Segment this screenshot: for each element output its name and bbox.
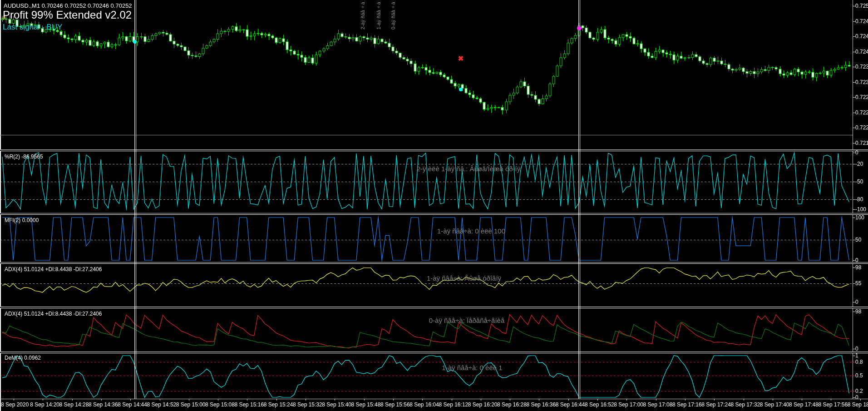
price-scale-tick — [853, 36, 855, 37]
time-axis-tick — [626, 399, 627, 401]
time-axis-label: 8 Sep 14:28 — [59, 401, 89, 408]
time-axis-label: 8 Sep 14:52 — [147, 401, 177, 408]
wpr-indicator-label: %R(2) -86.9565 — [5, 154, 43, 160]
close-signal-cross: ✖ — [458, 55, 464, 62]
time-axis-label: 8 Sep 14:44 — [118, 401, 147, 408]
time-axis-tick — [393, 399, 394, 401]
time-axis-label: 8 Sep 14:36 — [89, 401, 118, 408]
adx-main-scale-label: 55 — [855, 280, 861, 287]
time-axis-label: 8 Sep 17:16 — [672, 401, 702, 408]
time-axis-label: 8 Sep 17:32 — [731, 401, 760, 408]
price-scale-tick — [853, 97, 855, 98]
last-signal-text: Last signal - BUY — [3, 23, 62, 32]
time-axis-tick — [452, 399, 452, 401]
panel-separator[interactable] — [0, 307, 868, 308]
time-axis-tick — [101, 399, 102, 401]
price-scale-tick — [853, 128, 855, 128]
wpr-scale-label: -50 — [855, 178, 863, 185]
price-scale-label: 0.72415 — [855, 49, 868, 55]
signal-line-2[interactable] — [580, 0, 580, 399]
mfi-scale-label: 50 — [855, 237, 861, 243]
time-axis-label: 8 Sep 15:40 — [322, 401, 351, 408]
chart-canvas[interactable] — [0, 0, 868, 411]
signal-line-1[interactable] — [136, 0, 136, 399]
adx-di-scale-label: 98 — [855, 308, 861, 315]
indicator-title: Profit 99% Extended v2.02 — [3, 9, 132, 21]
time-axis-tick — [189, 399, 189, 401]
price-scale-tick — [853, 21, 855, 22]
dem-scale-tick — [853, 356, 855, 356]
time-axis-tick — [539, 399, 539, 401]
time-axis-label: 8 Sep 16:20 — [468, 401, 498, 408]
panel-separator[interactable] — [0, 262, 868, 264]
adx-di-watermark: 0-àÿ ñâå÷à: Ïåðåñå÷åíèå — [429, 317, 505, 324]
mt4-chart-window: AUDUSD.,M1 0.70246 0.70252 0.70246 0.702… — [0, 0, 868, 411]
dem-scale-label: 1 — [855, 352, 858, 359]
time-axis-tick — [335, 399, 335, 401]
time-axis-label: 8 Sep 16:12 — [439, 401, 469, 408]
time-axis-label: 8 Sep 15:00 — [176, 401, 206, 408]
time-axis-tick — [597, 399, 598, 401]
time-axis-label: 8 Sep 16:52 — [585, 401, 614, 408]
dem-indicator-label: DeM(4) 0.0962 — [5, 355, 41, 361]
candle-column-label: 1-àÿ ñâå÷à — [376, 2, 381, 30]
signal-line-1[interactable] — [134, 0, 135, 399]
time-axis-label: 8 Sep 15:24 — [264, 401, 293, 408]
price-scale-label: 0.72495 — [855, 18, 868, 25]
time-axis-tick — [72, 399, 73, 401]
mfi-scale-tick — [853, 218, 855, 218]
time-axis-label: 8 Sep 15:56 — [380, 401, 410, 408]
wpr-scale-tick — [853, 164, 855, 164]
time-axis-tick — [860, 399, 861, 401]
adx-main-indicator-label: ADX(4) 51.0124 +DI:8.4438 -DI:27.2406 — [5, 266, 102, 272]
dem-scale-label: 0.8 — [855, 359, 863, 365]
time-axis-label: 8 Sep 2020 — [1, 401, 29, 408]
mfi-watermark: 1-àÿ ñâå÷à: 0 èëè 100 — [437, 227, 505, 235]
time-axis-tick — [130, 399, 131, 401]
buy-signal-dot-1 — [133, 40, 137, 44]
time-axis-label: 8 Sep 17:40 — [760, 401, 789, 408]
time-axis-label: 8 Sep 17:08 — [643, 401, 673, 408]
mfi-indicator-label: MFI(2) 0.0000 — [5, 217, 39, 223]
price-horizontal-line[interactable] — [0, 135, 853, 135]
time-axis-tick — [276, 399, 277, 401]
time-axis-tick — [568, 399, 569, 401]
price-scale-label: 0.72240 — [855, 109, 868, 116]
dem-watermark: 1-àÿ ñâå÷à: 0 èëè 1 — [442, 364, 502, 371]
wpr-scale-label: -100 — [855, 206, 866, 213]
time-axis-label: 8 Sep 16:36 — [526, 401, 556, 408]
candle-column-label: 0-àÿ ñâå÷à — [390, 2, 396, 30]
dem-scale-label: 0.5 — [855, 372, 863, 379]
mfi-scale-label: 100 — [855, 214, 864, 221]
price-scale-label: 0.72370 — [855, 64, 868, 70]
panel-separator[interactable] — [0, 149, 868, 151]
time-axis-tick — [744, 399, 744, 401]
time-axis-tick — [685, 399, 686, 401]
adx-main-scale-label: 98 — [855, 264, 861, 271]
dem-scale-tick — [853, 376, 855, 376]
time-axis-tick — [247, 399, 247, 401]
time-axis-label: 8 Sep 17:00 — [614, 401, 643, 408]
price-scale-label: 0.72455 — [855, 33, 868, 40]
panel-separator[interactable] — [0, 213, 868, 215]
price-scale-label: 0.72285 — [855, 94, 868, 100]
candle-column-label: 2-àÿ ñâå÷à — [360, 2, 365, 30]
signal-line-2[interactable] — [578, 0, 579, 399]
price-scale-tick — [853, 82, 855, 83]
adx-main-scale-tick — [853, 302, 855, 302]
price-scale-label: 0.72540 — [855, 3, 868, 9]
adx-di-scale-label: 0 — [855, 346, 858, 352]
time-axis-label: 8 Sep 15:08 — [205, 401, 235, 408]
wpr-scale-tick — [853, 153, 855, 153]
time-axis-tick — [773, 399, 773, 401]
price-scale-tick — [853, 143, 855, 144]
time-axis-tick — [306, 399, 306, 401]
adx-main-scale-label: 0 — [855, 299, 858, 305]
smiley-icon: ☺ — [0, 14, 7, 21]
adx-di-indicator-label: ADX(4) 51.0124 +DI:8.4438 -DI:27.2406 — [5, 311, 102, 317]
mfi-scale-tick — [853, 260, 855, 261]
price-scale-label: 0.72330 — [855, 79, 868, 85]
time-axis-tick — [14, 399, 14, 401]
panel-separator[interactable] — [0, 352, 868, 353]
wpr-scale-tick — [853, 209, 855, 210]
